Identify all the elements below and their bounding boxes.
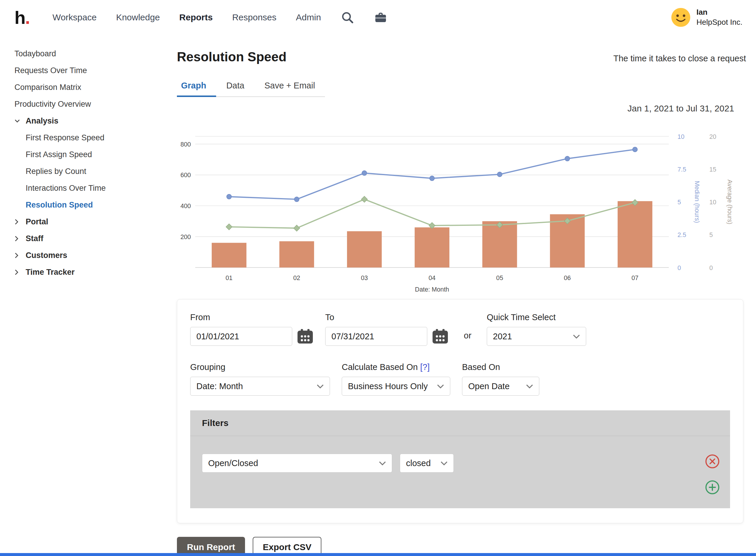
- add-filter-icon[interactable]: [705, 480, 720, 495]
- calc-based-on-label: Calculate Based On: [342, 362, 418, 372]
- avatar: [671, 7, 691, 28]
- svg-text:600: 600: [180, 172, 191, 179]
- helpspot-logo[interactable]: h.: [14, 7, 30, 28]
- sidebar-item-requests-over-time[interactable]: Requests Over Time: [14, 62, 177, 79]
- svg-text:01: 01: [226, 274, 233, 282]
- chart-date-range: Jan 1, 2021 to Jul 31, 2021: [177, 103, 746, 117]
- svg-text:15: 15: [710, 166, 717, 173]
- svg-text:02: 02: [294, 274, 301, 282]
- user-menu[interactable]: Ian HelpSpot Inc.: [671, 7, 743, 28]
- svg-text:2.5: 2.5: [678, 232, 686, 239]
- svg-text:06: 06: [564, 274, 571, 282]
- svg-text:7.5: 7.5: [678, 166, 686, 173]
- filter-field-select[interactable]: Open/Closed: [202, 454, 392, 473]
- sidebar-item-todayboard[interactable]: Todayboard: [14, 45, 177, 62]
- nav-menu: Workspace Knowledge Reports Responses Ad…: [53, 10, 387, 25]
- svg-text:Average (hours): Average (hours): [726, 179, 733, 224]
- sidebar-item-productivity-overview[interactable]: Productivity Overview: [14, 96, 177, 113]
- calendar-icon[interactable]: [297, 329, 313, 344]
- user-company: HelpSpot Inc.: [696, 18, 743, 27]
- report-options-card: From To: [177, 299, 743, 523]
- sidebar-section-staff[interactable]: Staff: [14, 230, 177, 247]
- sidebar-section-analysis[interactable]: Analysis: [14, 113, 177, 130]
- calc-based-on-select[interactable]: Business Hours Only: [342, 377, 450, 395]
- filter-value-select[interactable]: closed: [400, 454, 454, 473]
- chevron-right-icon: [14, 270, 26, 275]
- svg-text:Median (hours): Median (hours): [693, 181, 700, 223]
- svg-text:5: 5: [710, 232, 713, 239]
- bottom-blue-strip: [0, 553, 756, 556]
- page-subtitle: The time it takes to close a request: [613, 54, 746, 63]
- chart-area: Jan 1, 2021 to Jul 31, 2021 200400600800…: [177, 103, 746, 294]
- top-nav: h. Workspace Knowledge Reports Responses…: [0, 0, 756, 35]
- help-link[interactable]: [?]: [420, 362, 429, 372]
- chevron-down-icon: [573, 334, 580, 339]
- sidebar-item-resolution-speed[interactable]: Resolution Speed: [14, 197, 177, 213]
- user-info: Ian HelpSpot Inc.: [696, 7, 743, 27]
- from-label: From: [190, 312, 313, 322]
- svg-text:Date: Month: Date: Month: [415, 286, 449, 293]
- report-tabs: Graph Data Save + Email: [177, 76, 325, 97]
- reports-sidebar: Todayboard Requests Over Time Comparison…: [0, 35, 177, 281]
- nav-item-admin[interactable]: Admin: [296, 12, 321, 23]
- filter-row: Open/Closed closed: [202, 454, 718, 473]
- grouping-label: Grouping: [190, 362, 330, 372]
- svg-text:20: 20: [710, 133, 717, 140]
- svg-text:07: 07: [631, 274, 639, 282]
- sidebar-section-portal[interactable]: Portal: [14, 213, 177, 230]
- filters-title: Filters: [190, 410, 730, 436]
- remove-filter-icon[interactable]: [705, 454, 720, 469]
- user-name: Ian: [696, 7, 743, 18]
- tab-graph[interactable]: Graph: [177, 76, 216, 97]
- calendar-icon[interactable]: [432, 329, 448, 344]
- chevron-down-icon: [437, 384, 444, 388]
- sidebar-item-replies-by-count[interactable]: Replies by Count: [14, 163, 177, 180]
- chevron-down-icon: [317, 384, 324, 388]
- svg-text:10: 10: [710, 199, 717, 206]
- svg-text:10: 10: [678, 133, 685, 140]
- svg-text:0: 0: [678, 265, 681, 272]
- resolution-speed-chart: 20040060080001020304050607Date: Month02.…: [177, 117, 746, 294]
- filters-box: Filters Open/Closed closed: [190, 410, 730, 508]
- tab-data[interactable]: Data: [216, 76, 254, 96]
- page-title: Resolution Speed: [177, 49, 286, 64]
- sidebar-section-time-tracker[interactable]: Time Tracker: [14, 264, 177, 281]
- quick-time-label: Quick Time Select: [487, 312, 586, 322]
- chevron-down-icon: [441, 461, 448, 465]
- chevron-down-icon: [14, 118, 26, 124]
- briefcase-icon[interactable]: [374, 10, 388, 25]
- nav-item-responses[interactable]: Responses: [232, 12, 276, 23]
- chevron-down-icon: [379, 461, 386, 465]
- grouping-select[interactable]: Date: Month: [190, 377, 330, 395]
- svg-text:03: 03: [361, 274, 368, 282]
- chevron-right-icon: [14, 236, 26, 241]
- sidebar-item-interactions-over-time[interactable]: Interactions Over Time: [14, 180, 177, 197]
- tab-save-email[interactable]: Save + Email: [254, 76, 325, 96]
- to-label: To: [325, 312, 448, 322]
- chevron-down-icon: [526, 384, 533, 388]
- to-date-input[interactable]: [325, 327, 427, 346]
- quick-time-select[interactable]: 2021: [487, 327, 586, 346]
- chevron-right-icon: [14, 253, 26, 258]
- nav-item-workspace[interactable]: Workspace: [53, 12, 97, 23]
- from-date-input[interactable]: [190, 327, 292, 346]
- svg-text:800: 800: [180, 141, 191, 148]
- svg-text:0: 0: [710, 265, 713, 272]
- main-content: Resolution Speed The time it takes to cl…: [177, 35, 756, 556]
- or-text: or: [464, 331, 472, 346]
- sidebar-section-customers[interactable]: Customers: [14, 247, 177, 264]
- based-on-select[interactable]: Open Date: [462, 377, 539, 395]
- based-on-label: Based On: [462, 362, 539, 372]
- svg-text:400: 400: [180, 203, 191, 210]
- search-icon[interactable]: [341, 11, 354, 24]
- nav-item-knowledge[interactable]: Knowledge: [116, 12, 160, 23]
- chevron-right-icon: [14, 219, 26, 224]
- sidebar-item-comparison-matrix[interactable]: Comparison Matrix: [14, 79, 177, 96]
- svg-text:05: 05: [496, 274, 503, 282]
- nav-item-reports[interactable]: Reports: [179, 12, 213, 23]
- sidebar-item-first-assign-speed[interactable]: First Assign Speed: [14, 146, 177, 163]
- sidebar-item-first-response-speed[interactable]: First Response Speed: [14, 130, 177, 146]
- logo-dot: .: [25, 7, 30, 28]
- svg-text:200: 200: [180, 234, 191, 241]
- svg-text:5: 5: [678, 199, 681, 206]
